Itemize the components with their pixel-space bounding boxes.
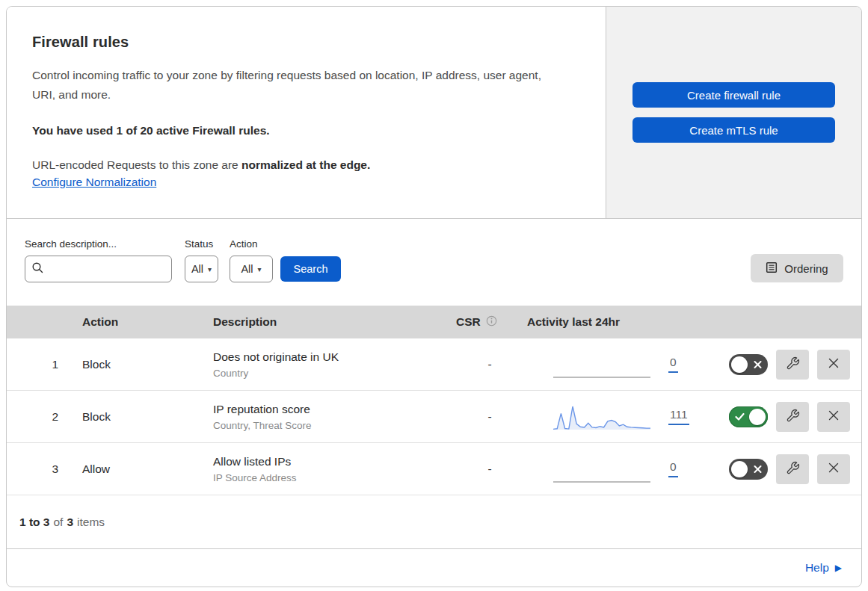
search-button[interactable]: Search	[280, 256, 341, 282]
rule-criteria: Country, Threat Score	[213, 420, 445, 431]
rule-csr-value: -	[445, 462, 523, 476]
edit-rule-button[interactable]	[776, 454, 809, 484]
header-csr-label: CSR	[456, 315, 481, 329]
rule-priority: 2	[7, 410, 82, 424]
table-row: 3 Allow Allow listed IPs IP Source Addre…	[7, 443, 861, 495]
rule-controls	[695, 454, 861, 484]
close-icon	[828, 357, 840, 371]
rule-action: Allow	[82, 462, 213, 476]
ordering-button[interactable]: Ordering	[751, 254, 843, 282]
rule-activity-cell: 111	[523, 403, 695, 431]
activity-sparkline	[553, 403, 650, 431]
search-box[interactable]	[25, 256, 172, 282]
activity-count-link[interactable]: 0	[668, 356, 678, 373]
search-field-group: Search description...	[25, 238, 172, 282]
rule-description-cell: IP reputation score Country, Threat Scor…	[213, 403, 445, 431]
rule-priority: 3	[7, 462, 82, 476]
search-input[interactable]	[49, 263, 184, 275]
normalization-note: URL-encoded Requests to this zone are no…	[32, 158, 574, 172]
rule-criteria: Country	[213, 368, 445, 379]
rule-csr-value: -	[445, 410, 523, 424]
info-icon[interactable]	[486, 315, 497, 329]
help-link[interactable]: Help ▶	[805, 561, 842, 575]
rule-activity-cell: 0	[523, 350, 695, 379]
activity-count-link[interactable]: 111	[668, 408, 689, 425]
rules-table: Action Description CSR Activity last 24h…	[7, 306, 861, 495]
create-mtls-rule-button[interactable]: Create mTLS rule	[632, 117, 835, 143]
normalization-note-text: URL-encoded Requests to this zone are	[32, 158, 241, 171]
edit-rule-button[interactable]	[776, 402, 809, 432]
rule-csr-value: -	[445, 358, 523, 371]
intro-section: Firewall rules Control incoming traffic …	[7, 7, 861, 219]
search-label: Search description...	[25, 238, 172, 250]
enable-toggle[interactable]	[729, 406, 768, 427]
status-dropdown-value: All	[191, 263, 203, 275]
toggle-knob	[749, 409, 766, 425]
rule-action: Block	[82, 358, 213, 371]
pagination-summary: 1 to 3 of 3 items	[7, 495, 861, 549]
ordering-button-label: Ordering	[784, 262, 828, 275]
x-icon	[754, 360, 762, 368]
delete-rule-button[interactable]	[817, 454, 850, 484]
actions-panel: Create firewall rule Create mTLS rule	[606, 7, 861, 218]
status-field-group: Status All ▾	[185, 238, 218, 282]
delete-rule-button[interactable]	[817, 350, 850, 380]
action-dropdown[interactable]: All ▾	[230, 256, 273, 282]
delete-rule-button[interactable]	[817, 402, 850, 432]
arrow-right-icon: ▶	[835, 563, 842, 573]
summary-total: 3	[67, 516, 73, 529]
header-description: Description	[213, 315, 445, 329]
rule-criteria: IP Source Address	[213, 472, 445, 483]
activity-sparkline	[553, 350, 650, 379]
help-bar: Help ▶	[7, 549, 861, 587]
firewall-rules-card: Firewall rules Control incoming traffic …	[6, 6, 862, 587]
summary-range: 1 to 3	[19, 516, 49, 529]
action-dropdown-value: All	[241, 263, 253, 275]
rule-activity-cell: 0	[523, 455, 695, 483]
rule-description: Does not originate in UK	[213, 350, 445, 364]
intro-text-panel: Firewall rules Control incoming traffic …	[7, 7, 606, 218]
chevron-down-icon: ▾	[208, 265, 212, 273]
table-header-row: Action Description CSR Activity last 24h…	[7, 306, 861, 338]
rule-description: Allow listed IPs	[213, 455, 445, 468]
table-row: 2 Block IP reputation score Country, Thr…	[7, 391, 861, 443]
action-field-group: Action All ▾	[230, 238, 273, 282]
wrench-icon	[786, 461, 800, 477]
wrench-icon	[786, 409, 800, 425]
wrench-icon	[786, 356, 800, 373]
rule-description-cell: Allow listed IPs IP Source Address	[213, 455, 445, 483]
check-icon	[735, 412, 745, 421]
edit-rule-button[interactable]	[776, 350, 809, 380]
header-action: Action	[82, 315, 213, 329]
status-label: Status	[185, 238, 218, 250]
list-document-icon	[766, 262, 778, 276]
action-label: Action	[230, 238, 273, 250]
activity-count-link[interactable]: 0	[668, 460, 678, 477]
rule-action: Block	[82, 410, 213, 424]
close-icon	[828, 409, 840, 424]
configure-normalization-link[interactable]: Configure Normalization	[32, 176, 156, 188]
rule-priority: 1	[7, 358, 82, 371]
status-dropdown[interactable]: All ▾	[185, 256, 218, 282]
close-icon	[828, 462, 840, 476]
toggle-knob	[731, 356, 748, 373]
header-activity: Activity last 24hr	[523, 315, 695, 329]
activity-sparkline	[553, 455, 650, 483]
enable-toggle[interactable]	[729, 459, 768, 480]
chevron-down-icon: ▾	[258, 265, 262, 273]
usage-notice: You have used 1 of 20 active Firewall ru…	[32, 124, 574, 137]
help-link-label: Help	[805, 561, 829, 575]
enable-toggle[interactable]	[729, 354, 768, 375]
rule-controls	[695, 350, 861, 380]
toggle-knob	[731, 461, 748, 477]
page-title: Firewall rules	[32, 34, 574, 51]
x-icon	[754, 465, 762, 473]
filter-bar: Search description... Status All ▾ Actio…	[7, 219, 861, 306]
summary-items: items	[77, 516, 105, 529]
header-csr: CSR	[445, 315, 523, 329]
intro-description: Control incoming traffic to your zone by…	[32, 66, 563, 105]
create-firewall-rule-button[interactable]: Create firewall rule	[632, 82, 835, 108]
rule-description-cell: Does not originate in UK Country	[213, 350, 445, 379]
rule-controls	[695, 402, 861, 432]
table-row: 1 Block Does not originate in UK Country…	[7, 338, 861, 391]
